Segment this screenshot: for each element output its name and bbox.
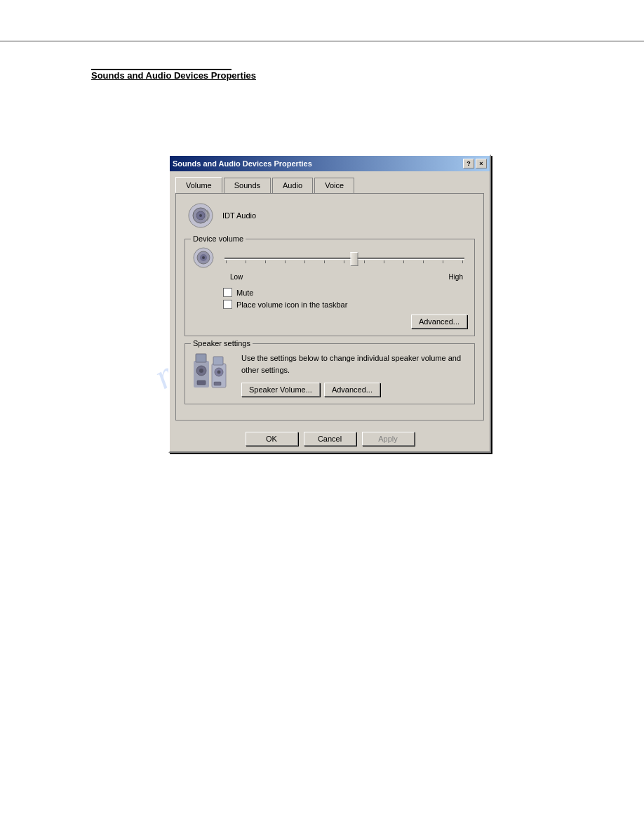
audio-device-icon [187, 202, 214, 229]
svg-rect-15 [213, 357, 223, 365]
section-header: Sounds and Audio Devices Properties [91, 70, 256, 81]
dialog: Sounds and Audio Devices Properties ? × … [168, 154, 491, 453]
dialog-content: Volume Sounds Audio Voice [170, 171, 490, 426]
close-button[interactable]: × [476, 159, 487, 168]
tab-voice[interactable]: Voice [314, 178, 354, 194]
svg-rect-10 [196, 354, 206, 362]
title-bar: Sounds and Audio Devices Properties ? × [170, 156, 490, 171]
taskbar-label: Place volume icon in the taskbar [236, 300, 347, 309]
svg-rect-18 [214, 382, 221, 385]
slider-high-label: High [448, 273, 463, 281]
tab-panel: IDT Audio Device volume [175, 193, 484, 421]
svg-rect-13 [197, 380, 206, 385]
speaker-settings-group: Speaker settings [185, 343, 475, 404]
device-volume-group: Device volume [185, 239, 475, 336]
speaker-btn-row: Speaker Volume... Advanced... [241, 383, 467, 397]
tab-audio[interactable]: Audio [272, 178, 313, 194]
help-button[interactable]: ? [463, 159, 474, 168]
slider-labels: Low High [229, 273, 464, 281]
speaker-group-content: Use the settings below to change individ… [192, 351, 467, 397]
device-advanced-row: Advanced... [192, 315, 467, 329]
svg-point-4 [199, 214, 202, 217]
svg-point-17 [217, 371, 221, 374]
mute-checkbox[interactable] [223, 288, 232, 297]
mute-label: Mute [236, 289, 253, 297]
slider-low-label: Low [230, 273, 243, 281]
cancel-button[interactable]: Cancel [304, 432, 356, 446]
speaker-icon [192, 351, 234, 393]
speaker-volume-button[interactable]: Speaker Volume... [241, 383, 320, 397]
mute-row: Mute [223, 288, 467, 297]
svg-point-12 [199, 369, 203, 373]
audio-device-name: IDT Audio [222, 211, 256, 220]
speaker-settings-label: Speaker settings [191, 339, 253, 348]
speaker-advanced-button[interactable]: Advanced... [324, 383, 380, 397]
tab-sounds[interactable]: Sounds [224, 178, 271, 194]
top-rule [0, 41, 644, 41]
ok-button[interactable]: OK [246, 432, 298, 446]
dialog-container: Sounds and Audio Devices Properties ? × … [168, 154, 491, 453]
taskbar-row: Place volume icon in the taskbar [223, 300, 467, 309]
title-bar-controls: ? × [463, 159, 487, 168]
device-advanced-button[interactable]: Advanced... [411, 315, 467, 329]
device-volume-label: Device volume [191, 234, 246, 243]
volume-slider-thumb[interactable] [350, 252, 358, 266]
apply-button[interactable]: Apply [362, 432, 415, 446]
tabs: Volume Sounds Audio Voice [175, 177, 484, 193]
speaker-description: Use the settings below to change individ… [241, 352, 467, 376]
volume-icon [192, 246, 215, 269]
audio-header: IDT Audio [187, 202, 475, 229]
volume-slider-container [222, 249, 467, 266]
speaker-right-content: Use the settings below to change individ… [241, 351, 467, 397]
volume-area [192, 246, 467, 269]
dialog-buttons: OK Cancel Apply [170, 426, 490, 451]
taskbar-checkbox[interactable] [223, 300, 232, 309]
dialog-title: Sounds and Audio Devices Properties [173, 159, 463, 168]
svg-point-8 [202, 256, 205, 259]
tab-volume[interactable]: Volume [175, 177, 222, 193]
